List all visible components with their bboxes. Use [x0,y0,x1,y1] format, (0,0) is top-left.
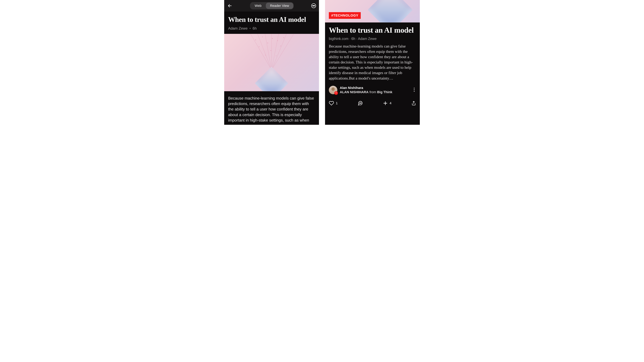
more-options-button[interactable] [311,3,316,8]
svg-point-21 [361,103,361,103]
svg-point-10 [284,37,284,38]
svg-point-20 [360,103,360,103]
svg-point-16 [414,88,415,88]
tab-web[interactable]: Web [250,2,266,9]
comment-button[interactable] [358,101,363,106]
tab-reader-view[interactable]: Reader View [266,2,294,9]
curator-more-button[interactable] [412,86,416,94]
view-mode-toggle: Web Reader View [250,2,294,9]
svg-point-9 [277,40,278,41]
arrow-left-icon [228,3,232,8]
article-header: When to trust an AI model Adam Zewe 6h [224,11,319,34]
svg-point-2 [312,5,313,6]
svg-point-3 [313,5,314,6]
action-bar: 1 4 [325,94,420,109]
flip-button[interactable]: 4 [383,101,392,106]
curator-row[interactable]: + Alan Nishihara ALAN NISHIHARA from Big… [325,81,420,94]
svg-point-15 [276,55,276,56]
share-icon [412,101,416,106]
svg-point-5 [255,39,256,40]
like-button[interactable]: 1 [329,101,338,106]
author-name: Adam Zewe [358,37,377,41]
curator-name: Alan Nishihara [340,86,392,90]
topic-tag[interactable]: #TECHNOLOGY [329,12,361,19]
article-meta: bigthink.com · 6h · Adam Zewe [329,37,416,41]
more-horizontal-icon [311,3,316,8]
svg-point-13 [270,50,271,51]
crystal-graphic [260,64,284,91]
article-excerpt: Because machine-learning models can give… [329,43,416,81]
svg-point-14 [265,55,266,55]
svg-point-8 [272,38,273,39]
article-body: Because machine-learning models can give… [224,91,319,125]
svg-point-4 [314,5,315,6]
time-ago: 6h [351,37,355,41]
comment-icon [358,101,363,106]
article-byline: Adam Zewe 6h [228,26,315,30]
topbar: Web Reader View [224,0,319,11]
svg-point-19 [359,103,360,103]
heart-icon [329,101,334,106]
reader-view-screen: Web Reader View When to trust an AI mode… [224,0,319,125]
like-count: 1 [336,101,338,105]
time-ago: 6h [252,26,257,30]
card-content: When to trust an AI model bigthink.com ·… [325,22,420,81]
back-button[interactable] [227,3,233,9]
svg-point-18 [414,91,415,92]
article-title[interactable]: When to trust an AI model [329,26,416,34]
avatar-wrapper: + [329,86,337,94]
more-vertical-icon [414,88,415,92]
share-button[interactable] [412,101,416,106]
hero-image [224,34,319,91]
plus-icon [383,101,388,106]
article-title: When to trust an AI model [228,16,315,23]
crystal-graphic [368,0,413,22]
plus-badge-icon: + [334,91,338,95]
flip-count: 4 [390,101,392,105]
svg-point-11 [259,46,260,47]
svg-point-12 [280,46,281,46]
curator-text: Alan Nishihara ALAN NISHIHARA from Big T… [340,86,392,94]
svg-point-7 [268,42,268,43]
curator-subline: ALAN NISHIHARA from Big Think [340,90,392,94]
hero-image: #TECHNOLOGY [325,0,420,22]
author-name: Adam Zewe [228,26,248,30]
source-domain: bigthink.com [329,37,348,41]
svg-point-17 [414,89,415,90]
card-view-screen: #TECHNOLOGY When to trust an AI model bi… [325,0,420,125]
separator-dot [250,28,250,29]
svg-point-6 [262,36,263,37]
